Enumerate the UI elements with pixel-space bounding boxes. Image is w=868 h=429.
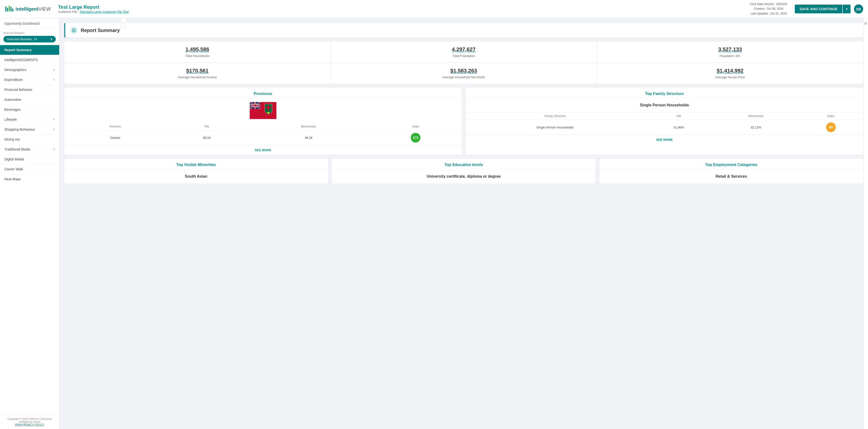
data-row-provinces-family: Provinces bbox=[64, 88, 863, 155]
family-structure-top-value: Single Person Households bbox=[466, 98, 863, 112]
provinces-card: Provinces bbox=[64, 88, 462, 155]
index-badge-orange: 99 bbox=[826, 122, 836, 132]
header: intelligentVIEW Test Large Report Audien… bbox=[0, 0, 868, 18]
top-education-header: Top Education levels bbox=[332, 159, 596, 169]
sidebar-footer: Copyright © 2010-2024 by Consumer Intell… bbox=[0, 414, 59, 429]
sidebar-item-traditional-media[interactable]: Traditional Media ▾ bbox=[0, 144, 59, 154]
sidebar-item-label-report-summary: Report Summary bbox=[4, 48, 32, 52]
top-visible-minorities-card: Top Visible Minorities South Asian bbox=[64, 159, 328, 184]
header-actions: SAVE AND CONTINUE ▾ SR bbox=[795, 4, 863, 13]
sidebar-item-label-heat-maps: Heat Maps bbox=[4, 177, 21, 181]
file-cell: 98.54 bbox=[166, 130, 248, 145]
sidebar-item-heat-maps[interactable]: Heat Maps bbox=[0, 174, 59, 184]
sidebar-item-financial-behavior[interactable]: Financial Behavior bbox=[0, 85, 59, 95]
chevron-demographics-icon: ▾ bbox=[53, 68, 55, 71]
chevron-lifestyle-icon: ▾ bbox=[53, 118, 55, 121]
chevron-shopping-icon: ▾ bbox=[53, 128, 55, 131]
top-visible-minorities-value: South Asian bbox=[64, 169, 328, 184]
index-col-header: Index bbox=[370, 123, 462, 130]
sidebar-item-shopping-behaviour[interactable]: Shopping Behaviour ▾ bbox=[0, 125, 59, 134]
top-visible-minorities-header: Top Visible Minorities bbox=[64, 159, 328, 169]
sidebar-item-lifestyle[interactable]: Lifestyle ▾ bbox=[0, 114, 59, 125]
benchmark-col-header: Benchmark bbox=[248, 123, 370, 130]
report-summary-icon bbox=[70, 26, 78, 34]
logo-text: intelligentVIEW bbox=[16, 6, 51, 12]
province-cell: Ontario bbox=[64, 130, 166, 145]
top-employment-value: Retail & Services bbox=[599, 169, 863, 184]
family-benchmark-cell: 32.12% bbox=[713, 120, 798, 135]
family-structure-cell: Single Person Households bbox=[466, 120, 645, 135]
sidebar-item-label-automotive: Automotive bbox=[4, 98, 21, 102]
sidebar-item-expenditure[interactable]: Expenditure ▾ bbox=[0, 75, 59, 85]
stat-total-households: 1,495,586 Total Households bbox=[64, 41, 331, 63]
stat-population-18plus: 3,527,133 Population 18+ bbox=[597, 41, 863, 63]
top-employment-header: Top Employment Categories bbox=[599, 159, 863, 169]
sidebar-modules-section: Selected Modules Selected Modules: 14 ▾ bbox=[0, 29, 59, 45]
family-structure-see-more[interactable]: SEE MORE bbox=[466, 135, 863, 144]
sidebar-item-carrier-walk[interactable]: Carrier Walk bbox=[0, 164, 59, 174]
chevron-expenditure-icon: ▾ bbox=[53, 78, 55, 81]
file-col-header: File bbox=[166, 123, 248, 130]
report-summary-section-header: Report Summary bbox=[64, 23, 863, 38]
selected-modules-label: Selected Modules bbox=[3, 32, 56, 34]
main-content: ‹ Report Summary 1,495,586 Total Househo… bbox=[59, 18, 868, 429]
top-employment-card: Top Employment Categories Retail & Servi… bbox=[599, 159, 863, 184]
report-info: Test Large Report Audience File : Standa… bbox=[58, 4, 750, 13]
sidebar-item-report-summary[interactable]: Report Summary bbox=[0, 45, 59, 55]
top-education-value: University certificate, diploma or degre… bbox=[332, 169, 596, 184]
family-index-col-header: Index bbox=[799, 112, 863, 120]
sidebar-item-dining-out[interactable]: Dining out bbox=[0, 134, 59, 144]
selected-modules-dropdown[interactable]: Selected Modules: 14 ▾ bbox=[3, 36, 56, 42]
family-file-col-header: File bbox=[645, 112, 713, 120]
provinces-card-header: Provinces bbox=[64, 88, 462, 98]
logo-icon bbox=[5, 5, 13, 13]
sidebar-opportunity[interactable]: Opportunity Dashboard bbox=[0, 18, 59, 29]
sidebar-nav: Report Summary intelligentSEGMENTS Demog… bbox=[0, 45, 59, 414]
family-index-cell: 99 bbox=[799, 120, 863, 135]
save-continue-button[interactable]: SAVE AND CONTINUE bbox=[795, 5, 842, 13]
family-benchmark-col-header: Benchmark bbox=[713, 112, 798, 120]
svg-point-21 bbox=[268, 112, 269, 114]
table-row: Single Person Households 31.86% 32.12% 9… bbox=[466, 120, 863, 135]
sidebar-item-label-expenditure: Expenditure bbox=[4, 78, 23, 82]
sidebar-item-label-beverages: Beverages bbox=[4, 108, 21, 111]
sidebar-item-label-financial-behavior: Financial Behavior bbox=[4, 88, 32, 92]
sidebar-item-demographics[interactable]: Demographics ▾ bbox=[0, 65, 59, 75]
top-education-card: Top Education levels University certific… bbox=[332, 159, 596, 184]
sidebar-item-label-lifestyle: Lifestyle bbox=[4, 118, 17, 122]
avatar[interactable]: SR bbox=[854, 4, 863, 13]
svg-rect-3 bbox=[10, 7, 12, 12]
ontario-flag-icon bbox=[250, 102, 276, 119]
stats-grid: 1,495,586 Total Households 4,297,627 Tot… bbox=[64, 41, 863, 84]
sidebar-item-label-demographics: Demographics bbox=[4, 68, 26, 72]
sidebar-item-intelligent-segments[interactable]: intelligentSEGMENTS bbox=[0, 55, 59, 65]
report-subtitle: Audience File : Standard Large Customer … bbox=[58, 10, 750, 13]
save-continue-dropdown[interactable]: ▾ bbox=[843, 5, 850, 13]
sidebar-item-automotive[interactable]: Automotive bbox=[0, 95, 59, 105]
layout: Opportunity Dashboard Selected Modules S… bbox=[0, 18, 868, 429]
report-title: Test Large Report bbox=[58, 4, 750, 10]
sidebar-item-beverages[interactable]: Beverages bbox=[0, 105, 59, 114]
family-file-cell: 31.86% bbox=[645, 120, 713, 135]
family-structure-table: Family Structure File Benchmark Index Si… bbox=[466, 112, 863, 135]
header-meta: Core Data Version : 2024101 Created : Oc… bbox=[750, 2, 787, 16]
stat-avg-net-worth: $1,583,263 Average Household Net Worth bbox=[331, 63, 597, 84]
stat-avg-house-price: $1,414,992 Average House Price bbox=[597, 63, 863, 84]
province-col-header: Province bbox=[64, 123, 166, 130]
sidebar-collapse-button[interactable]: ‹ bbox=[121, 18, 126, 28]
filter-icon[interactable]: ⚙ bbox=[864, 22, 867, 26]
svg-rect-20 bbox=[266, 106, 271, 108]
index-cell: 272 bbox=[370, 130, 462, 145]
family-structure-card-header: Top Family Structure bbox=[466, 88, 863, 98]
audience-file-link[interactable]: Standard Large Customer File Test bbox=[80, 10, 128, 13]
privacy-policy-link[interactable]: VIEW PRIVACY POLICY bbox=[15, 423, 44, 426]
stat-avg-household-income: $170,561 Average Household Income bbox=[64, 63, 331, 84]
sidebar: Opportunity Dashboard Selected Modules S… bbox=[0, 18, 59, 429]
provinces-see-more[interactable]: SEE MORE bbox=[64, 145, 462, 155]
sidebar-item-label-digital-media: Digital Media bbox=[4, 157, 24, 161]
logo: intelligentVIEW bbox=[5, 5, 51, 13]
sidebar-item-label-traditional-media: Traditional Media bbox=[4, 147, 30, 151]
sidebar-item-digital-media[interactable]: Digital Media bbox=[0, 154, 59, 164]
svg-rect-0 bbox=[5, 6, 6, 12]
svg-rect-18 bbox=[250, 105, 260, 106]
